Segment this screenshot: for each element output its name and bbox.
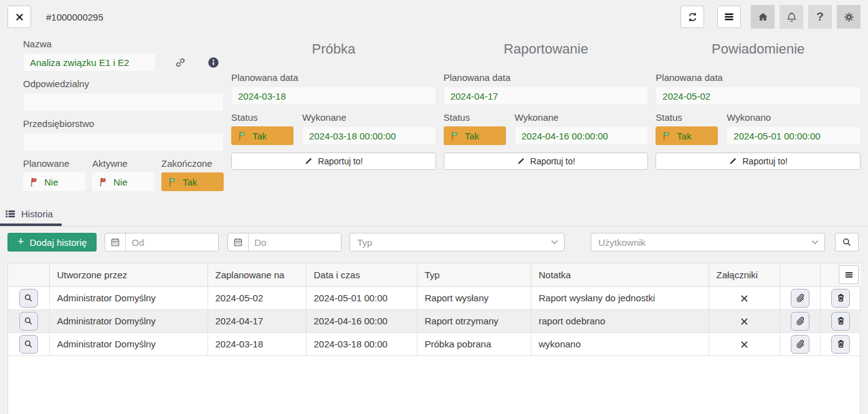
planned-date-label: Planowana data	[444, 72, 649, 83]
company-field[interactable]	[23, 133, 224, 151]
history-table-panel: Utworzone przez Zaplanowane na Data i cz…	[7, 263, 861, 414]
status-value: Tak	[252, 131, 267, 141]
green-flag-icon	[661, 131, 672, 141]
planned-date-field[interactable]	[231, 87, 436, 105]
responsible-field[interactable]	[23, 93, 224, 111]
cell-datetime: 2024-03-18 00:00	[306, 332, 417, 355]
report-it-label: Raportuj to!	[318, 156, 363, 166]
user-select-placeholder: Użytkownik	[598, 237, 646, 248]
responsible-label: Odpowiedzialny	[23, 78, 224, 89]
cell-datetime: 2024-04-16 00:00	[306, 309, 417, 332]
red-flag-icon	[98, 177, 108, 187]
help-button[interactable]: ?	[808, 5, 832, 29]
row-attach-button[interactable]	[791, 312, 809, 331]
active-flag-label: Aktywne	[92, 158, 155, 169]
date-from-input[interactable]	[126, 233, 218, 251]
bell-icon	[786, 11, 798, 23]
planned-date-field[interactable]	[444, 87, 649, 105]
settings-button[interactable]	[837, 5, 861, 29]
history-toolbar: + Dodaj historię Typ Użytkownik	[0, 227, 868, 258]
cell-type: Raport wysłany	[417, 286, 531, 309]
add-history-label: Dodaj historię	[30, 237, 87, 248]
cell-created-by: Administrator Domyślny	[49, 286, 207, 309]
tab-bar: Historia	[0, 202, 868, 227]
type-select-placeholder: Typ	[357, 237, 372, 248]
done-datetime-field[interactable]	[302, 126, 436, 145]
finished-flag-chip[interactable]: Tak	[161, 172, 224, 191]
cell-attachments	[708, 309, 780, 332]
report-it-button[interactable]: Raportuj to!	[231, 153, 436, 170]
refresh-icon	[687, 11, 699, 23]
search-button[interactable]	[835, 233, 859, 252]
status-label: Status	[444, 112, 506, 123]
search-icon	[842, 237, 852, 247]
active-flag-value: Nie	[113, 177, 128, 187]
header-type: Typ	[417, 263, 531, 286]
done-datetime-field[interactable]	[515, 126, 649, 145]
row-delete-button[interactable]	[831, 312, 850, 331]
notifications-button[interactable]	[780, 5, 803, 29]
planned-flag-chip[interactable]: Nie	[23, 172, 85, 191]
done-label: Wykonano	[727, 112, 861, 123]
green-flag-icon	[449, 131, 460, 141]
header-datetime: Data i czas	[306, 263, 417, 286]
row-detail-button[interactable]	[19, 312, 38, 331]
calendar-icon[interactable]	[228, 233, 249, 251]
date-to-input[interactable]	[249, 233, 341, 251]
plus-icon: +	[17, 236, 24, 247]
chevron-down-icon	[809, 237, 821, 248]
status-chip[interactable]: Tak	[656, 126, 718, 145]
history-table: Utworzone przez Zaplanowane na Data i cz…	[8, 263, 861, 356]
status-chip[interactable]: Tak	[231, 126, 293, 145]
top-bar: #1000000295 ?	[0, 0, 868, 29]
header-actions-col	[820, 263, 861, 286]
general-fields: Nazwa Odpowiedzialny Przedsiębiorstwo Pl…	[23, 39, 224, 191]
planned-flag-value: Nie	[44, 177, 59, 187]
cell-attachments	[708, 286, 780, 309]
row-detail-button[interactable]	[19, 289, 38, 308]
stage-probka: Próbka Planowana data Status Tak Wykonan…	[231, 39, 436, 191]
calendar-icon[interactable]	[105, 233, 126, 251]
gear-icon	[843, 11, 855, 23]
header-created-by: Utworzone przez	[49, 263, 207, 286]
refresh-button[interactable]	[680, 6, 704, 28]
close-button[interactable]	[7, 6, 31, 28]
pencil-icon	[517, 157, 525, 166]
tab-historia[interactable]: Historia	[0, 202, 62, 226]
header-note: Notatka	[531, 263, 708, 286]
stage-title: Raportowanie	[444, 41, 649, 57]
row-delete-button[interactable]	[831, 335, 850, 354]
active-flag-chip[interactable]: Nie	[92, 172, 155, 191]
record-detail: Nazwa Odpowiedzialny Przedsiębiorstwo Pl…	[0, 29, 868, 191]
name-field[interactable]	[23, 53, 156, 72]
table-menu-button[interactable]	[839, 265, 859, 284]
add-history-button[interactable]: + Dodaj historię	[7, 233, 97, 252]
cell-type: Próbka pobrana	[417, 332, 531, 355]
type-select[interactable]: Typ	[350, 233, 565, 252]
planned-date-label: Planowana data	[656, 72, 861, 83]
finished-flag-label: Zakończone	[161, 158, 224, 169]
planned-date-field[interactable]	[656, 87, 861, 105]
link-icon[interactable]	[174, 57, 186, 68]
more-menu-button[interactable]	[717, 6, 741, 28]
row-attach-button[interactable]	[791, 289, 809, 308]
home-button[interactable]	[751, 5, 775, 29]
status-label: Status	[231, 112, 293, 123]
info-icon[interactable]	[207, 57, 219, 68]
cell-planned-on: 2024-04-17	[207, 309, 306, 332]
table-row: Administrator Domyślny 2024-04-17 2024-0…	[8, 309, 861, 332]
report-it-button[interactable]: Raportuj to!	[444, 153, 649, 170]
cell-attachments	[708, 332, 780, 355]
header-attachments: Załączniki	[708, 263, 780, 286]
pencil-icon	[728, 157, 737, 166]
done-datetime-field[interactable]	[727, 126, 861, 145]
row-attach-button[interactable]	[791, 335, 809, 354]
row-detail-button[interactable]	[19, 335, 38, 354]
status-chip[interactable]: Tak	[444, 126, 506, 145]
cell-planned-on: 2024-05-02	[207, 286, 306, 309]
date-from-group	[105, 233, 219, 252]
user-select[interactable]: Użytkownik	[591, 233, 825, 252]
row-delete-button[interactable]	[831, 289, 850, 308]
report-it-button[interactable]: Raportuj to!	[656, 153, 861, 170]
home-icon	[757, 11, 769, 23]
